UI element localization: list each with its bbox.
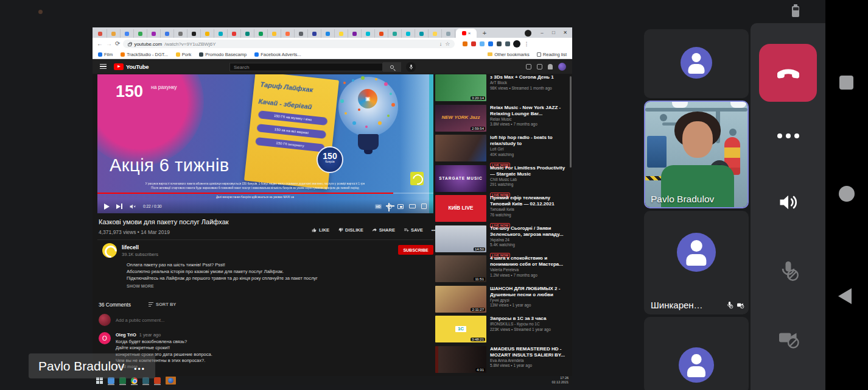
channel-name[interactable]: lifecell	[122, 244, 139, 250]
mic-muted-button[interactable]	[751, 260, 825, 282]
browser-profile-icon[interactable]	[525, 30, 531, 37]
browser-tab[interactable]	[375, 29, 388, 38]
bookmark-item[interactable]: Film	[98, 52, 113, 57]
camera-muted-button[interactable]	[751, 327, 825, 349]
voice-search-button[interactable]	[406, 62, 416, 72]
quality-badge[interactable]: HD	[375, 204, 382, 209]
recommended-video[interactable]: 11:514 шага к спокойствию и пониманию се…	[435, 255, 570, 282]
miniplayer-icon[interactable]	[397, 204, 404, 209]
extension-icon[interactable]	[488, 41, 493, 46]
video-player[interactable]: 150 на рахунку Акція 6 тижнів Тариф Лайф…	[97, 74, 433, 213]
bookmark-item[interactable]: Promodo Basecamp	[199, 52, 247, 57]
back-icon[interactable]: ←	[97, 41, 103, 47]
participant-tile[interactable]	[644, 317, 749, 390]
browser-tab[interactable]	[214, 29, 228, 38]
other-bookmarks[interactable]: Other bookmarks	[488, 52, 530, 57]
recommended-video[interactable]: 1С3:48:21Запросы в 1С за 3 часаIRONSKILL…	[435, 316, 570, 342]
browser-tab[interactable]	[187, 29, 201, 38]
progress-bar[interactable]	[97, 193, 433, 194]
browser-tab[interactable]	[442, 29, 455, 38]
search-button[interactable]	[383, 62, 401, 72]
browser-tab[interactable]	[415, 29, 429, 38]
add-comment-input[interactable]: Add a public comment...	[116, 317, 164, 323]
active-browser-tab[interactable]: ×	[456, 29, 477, 38]
participant-tile[interactable]: Шинкарен…	[644, 211, 749, 314]
browser-tab[interactable]	[201, 29, 214, 38]
save-button[interactable]: SAVE	[404, 227, 423, 233]
search-input[interactable]: Search	[229, 63, 383, 71]
browser-tab[interactable]	[362, 29, 375, 38]
browser-tab[interactable]	[94, 29, 107, 38]
presenter-more-icon[interactable]: •••	[134, 365, 145, 374]
youtube-logo-icon[interactable]	[114, 63, 124, 70]
more-options-button[interactable]	[751, 133, 825, 138]
channel-avatar[interactable]	[102, 243, 117, 258]
sort-by-button[interactable]: SORT BY	[149, 302, 176, 307]
address-bar[interactable]: youtube.com /watch?v=9Y1uZBWj6Y ↓ ☆	[123, 40, 455, 48]
browser-tab[interactable]	[147, 29, 161, 38]
fullscreen-icon[interactable]	[421, 204, 427, 209]
browser-tab[interactable]	[161, 29, 174, 38]
browser-tab[interactable]	[134, 29, 147, 38]
extension-icon[interactable]	[505, 41, 510, 46]
page-scrollbar[interactable]	[570, 76, 572, 168]
close-tab-icon[interactable]: ×	[468, 31, 471, 36]
browser-tab[interactable]	[281, 29, 295, 38]
recommended-video[interactable]: 3:20:14з 3Ds Max + Corona День 1ArT Bloc…	[435, 74, 570, 101]
like-button[interactable]: LIKE	[312, 227, 329, 233]
participant-tile-pavlo[interactable]: Pavlo Bradulov	[644, 101, 749, 208]
recommended-video[interactable]: STARGATE MUSICMusic For Limitless Produc…	[435, 165, 570, 192]
share-button[interactable]: SHARE	[372, 227, 395, 233]
extension-icon[interactable]	[471, 41, 476, 46]
recommended-video[interactable]: NEW YORK Jazz2:59:54Relax Music - New Yo…	[435, 105, 570, 132]
extension-icon[interactable]	[480, 41, 485, 46]
hang-up-button[interactable]	[759, 44, 817, 102]
browser-tab[interactable]	[295, 29, 308, 38]
browser-tab[interactable]	[268, 29, 281, 38]
settings-gear-icon[interactable]	[387, 204, 392, 209]
download-icon[interactable]: ↓	[439, 41, 443, 47]
youtube-logo-text[interactable]: YouTube	[126, 63, 149, 70]
browser-avatar[interactable]	[513, 40, 520, 48]
new-tab-button[interactable]: +	[480, 29, 489, 37]
participant-tile[interactable]	[644, 29, 749, 98]
browser-tab[interactable]	[348, 29, 362, 38]
browser-tab[interactable]	[429, 29, 442, 38]
taskbar-app-icon[interactable]	[154, 377, 161, 384]
browser-tab[interactable]	[254, 29, 268, 38]
active-app-icon[interactable]	[166, 377, 176, 385]
bookmark-item[interactable]: TrackStudio - DGT...	[121, 52, 168, 57]
browser-tab[interactable]	[241, 29, 254, 38]
create-icon[interactable]	[526, 64, 531, 69]
close-window-button[interactable]: ✕	[559, 30, 571, 35]
browser-tab[interactable]	[335, 29, 348, 38]
browser-tab[interactable]	[228, 29, 241, 38]
browser-tab[interactable]	[308, 29, 321, 38]
recents-icon[interactable]	[839, 76, 853, 90]
bookmark-star-icon[interactable]: ☆	[445, 41, 450, 47]
menu-icon[interactable]	[100, 64, 107, 69]
recommended-video[interactable]: 14:50Ток-шоу Сьогодні / Заяви Зеленськог…	[435, 225, 570, 252]
reload-icon[interactable]: ⟳	[115, 41, 120, 47]
browser-tab[interactable]	[174, 29, 187, 38]
play-button[interactable]	[104, 204, 110, 210]
bookmark-item[interactable]: Pork	[176, 52, 191, 57]
browser-tab[interactable]	[402, 29, 415, 38]
extension-icon[interactable]	[463, 41, 467, 46]
comment-author[interactable]: Oleg TriO1 year ago	[116, 332, 161, 338]
browser-tab[interactable]	[321, 29, 335, 38]
recommended-video[interactable]: lofi hip hop radio - beats to relax/stud…	[435, 135, 570, 161]
minimize-button[interactable]: –	[536, 30, 548, 35]
bookmark-item[interactable]: Facebook Adverts...	[254, 52, 301, 57]
dislike-button[interactable]: DISLIKE	[338, 227, 363, 233]
browser-tab[interactable]	[107, 29, 121, 38]
show-more-button[interactable]: SHOW MORE	[127, 284, 154, 288]
recommended-video[interactable]: КИЇВ LIVEПрямий ефір телеканалу Типовий …	[435, 195, 570, 222]
apps-icon[interactable]	[537, 64, 542, 69]
extension-icon[interactable]	[497, 41, 502, 46]
recommended-video[interactable]: 4:31AMADEUS REMASTERED HD - MOZART INSUL…	[435, 346, 570, 373]
reading-list[interactable]: Reading list	[537, 52, 567, 57]
maximize-button[interactable]: □	[548, 30, 559, 35]
notifications-icon[interactable]	[548, 64, 553, 69]
volume-muted-icon[interactable]	[129, 203, 136, 210]
